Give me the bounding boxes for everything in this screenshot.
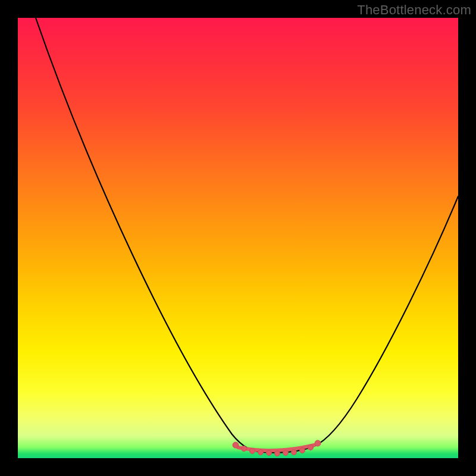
svg-point-4 (267, 450, 272, 456)
curve-path (36, 18, 458, 453)
plot-area (18, 18, 458, 458)
svg-point-3 (258, 450, 264, 455)
svg-point-5 (275, 451, 280, 456)
svg-point-2 (250, 449, 255, 454)
svg-point-8 (300, 448, 305, 453)
svg-point-10 (315, 440, 321, 446)
svg-point-6 (283, 450, 289, 456)
svg-point-7 (292, 450, 297, 455)
svg-point-9 (308, 445, 314, 450)
chart-frame: TheBottleneck.com (0, 0, 476, 476)
bottleneck-curve (18, 18, 458, 458)
watermark-text: TheBottleneck.com (357, 2, 471, 18)
svg-point-1 (242, 446, 247, 452)
svg-point-0 (233, 442, 239, 448)
